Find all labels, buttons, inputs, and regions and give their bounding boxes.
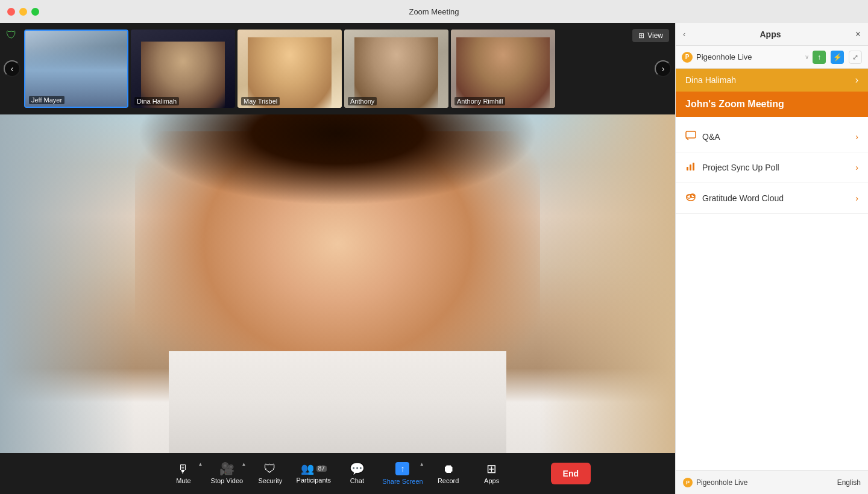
stop-video-label: Stop Video <box>211 477 244 484</box>
thumbnail-anthony[interactable]: Anthony <box>344 30 448 108</box>
mute-icon: 🎙 <box>177 463 189 475</box>
stop-video-caret-icon[interactable]: ▲ <box>241 461 246 467</box>
panel-bottom-pigeonhole-icon: P <box>683 478 693 487</box>
panel-bottom-language: English <box>837 478 861 487</box>
chat-button[interactable]: 💬 Chat <box>335 453 379 494</box>
thumbnail-anthony-rimhill-image <box>451 30 555 108</box>
security-label: Security <box>258 477 282 484</box>
dina-banner-label: Dina Halimah <box>685 75 736 85</box>
thumbnail-may-trisbel-image <box>237 30 342 108</box>
svg-rect-3 <box>690 164 691 170</box>
chat-label: Chat <box>350 477 364 484</box>
window-title: Zoom Meeting <box>409 7 459 16</box>
maximize-traffic-light[interactable] <box>31 8 39 16</box>
view-button[interactable]: ⊞ View <box>632 29 669 42</box>
video-area: 🛡 ‹ Jeff Mayer Dina Halimah <box>0 23 675 494</box>
participants-button[interactable]: 👥 87 Participants <box>292 453 335 494</box>
menu-item-poll[interactable]: Project Sync Up Poll › <box>676 152 868 183</box>
main-container: 🛡 ‹ Jeff Mayer Dina Halimah <box>0 23 868 494</box>
panel-back-icon[interactable]: ‹ <box>683 30 685 39</box>
thumbnail-may-trisbel[interactable]: May Trisbel <box>237 30 342 108</box>
share-screen-caret-icon[interactable]: ▲ <box>420 461 424 467</box>
thumbnail-may-trisbel-name: May Trisbel <box>241 97 280 105</box>
panel-close-button[interactable]: × <box>855 29 861 40</box>
panel-header: ‹ Apps × <box>676 23 868 46</box>
security-icon: 🛡 <box>264 463 276 475</box>
thumbnail-dina-halimah[interactable]: Dina Halimah <box>131 30 235 108</box>
pigeonhole-logo-icon: P <box>682 52 693 63</box>
record-label: Record <box>438 477 459 484</box>
traffic-lights <box>7 8 39 16</box>
participants-label: Participants <box>297 477 331 484</box>
menu-list: Q&A › Project Sync Up Poll › <box>676 117 868 470</box>
menu-item-wordcloud-left: Gratitude Word Cloud <box>685 192 784 205</box>
close-traffic-light[interactable] <box>7 8 15 16</box>
panel-bottom-left: P Pigeonhole Live <box>683 478 747 487</box>
record-button[interactable]: ⏺ Record <box>427 453 470 494</box>
mute-button[interactable]: 🎙 Mute ▲ <box>162 453 205 494</box>
main-video-background <box>0 114 675 453</box>
apps-label: Apps <box>484 477 499 484</box>
security-button[interactable]: 🛡 Security <box>248 453 292 494</box>
menu-item-poll-left: Project Sync Up Poll <box>685 161 779 174</box>
qa-label: Q&A <box>702 132 720 142</box>
share-screen-label: Share Screen <box>382 478 423 485</box>
menu-item-qa[interactable]: Q&A › <box>676 122 868 152</box>
apps-icon: ⊞ <box>486 463 497 475</box>
pigeonhole-dropdown-icon[interactable]: ∨ <box>805 54 809 60</box>
pigeonhole-bar: P Pigeonhole Live ∨ ↑ ⚡ ⤢ <box>676 46 868 69</box>
security-shield-icon: 🛡 <box>6 29 17 42</box>
thumbnail-anthony-rimhill[interactable]: Anthony Rimhill <box>451 30 555 108</box>
menu-item-wordcloud[interactable]: Gratitude Word Cloud › <box>676 183 868 214</box>
main-video <box>0 114 675 453</box>
meeting-title: John's Zoom Meeting <box>685 99 784 109</box>
view-grid-icon: ⊞ <box>638 31 644 40</box>
wordcloud-icon <box>685 192 696 205</box>
meeting-title-bar: John's Zoom Meeting <box>676 92 868 117</box>
thumbnail-jeff-mayer-name: Jeff Mayer <box>29 96 64 104</box>
svg-rect-4 <box>693 163 694 170</box>
panel-bottom-bar: P Pigeonhole Live English <box>676 470 868 494</box>
thumbnails-next-button[interactable]: › <box>655 60 671 77</box>
pigeonhole-actions: ↑ ⚡ ⤢ <box>813 51 862 64</box>
pigeonhole-action-expand-button[interactable]: ⤢ <box>849 51 862 64</box>
wordcloud-arrow-icon: › <box>855 193 858 203</box>
pigeonhole-action-green-button[interactable]: ↑ <box>813 51 826 64</box>
mute-caret-icon[interactable]: ▲ <box>198 461 203 467</box>
menu-item-qa-left: Q&A <box>685 130 720 143</box>
poll-arrow-icon: › <box>855 163 858 172</box>
minimize-traffic-light[interactable] <box>19 8 27 16</box>
video-camera-icon: 🎥 <box>219 463 234 475</box>
participants-icon: 👥 87 <box>301 463 327 474</box>
wordcloud-label: Gratitude Word Cloud <box>702 193 784 203</box>
participants-count-badge: 87 <box>316 466 327 472</box>
end-meeting-button[interactable]: End <box>551 463 591 484</box>
panel-title: Apps <box>760 30 781 39</box>
qa-arrow-icon: › <box>855 132 858 142</box>
thumbnail-anthony-rimhill-name: Anthony Rimhill <box>454 97 505 105</box>
title-bar: Zoom Meeting <box>0 0 868 23</box>
view-button-label: View <box>647 31 663 40</box>
main-video-room-right <box>540 114 675 453</box>
record-icon: ⏺ <box>442 463 454 475</box>
apps-button[interactable]: ⊞ Apps <box>470 453 514 494</box>
share-screen-button[interactable]: ↑ Share Screen ▲ <box>379 453 426 494</box>
dina-banner[interactable]: Dina Halimah › <box>676 69 868 92</box>
thumbnail-jeff-mayer[interactable]: Jeff Mayer <box>24 30 128 108</box>
thumbnail-dina-halimah-name: Dina Halimah <box>134 97 179 105</box>
main-video-body-overlay <box>169 351 506 453</box>
thumbnails-prev-button[interactable]: ‹ <box>4 60 20 77</box>
svg-rect-0 <box>686 131 696 138</box>
svg-rect-2 <box>687 167 688 170</box>
mute-label: Mute <box>176 477 190 484</box>
poll-icon <box>685 161 696 174</box>
qa-icon <box>685 130 696 143</box>
poll-label: Project Sync Up Poll <box>702 163 779 172</box>
stop-video-button[interactable]: 🎥 Stop Video ▲ <box>205 453 248 494</box>
dina-banner-arrow-icon: › <box>855 75 858 86</box>
pigeonhole-label: Pigeonhole Live <box>696 52 801 61</box>
main-video-hair-overlay <box>101 114 574 301</box>
right-panel: ‹ Apps × P Pigeonhole Live ∨ ↑ ⚡ ⤢ Dina … <box>675 23 868 494</box>
thumbnail-dina-halimah-image <box>131 30 235 108</box>
pigeonhole-action-blue-button[interactable]: ⚡ <box>831 51 844 64</box>
